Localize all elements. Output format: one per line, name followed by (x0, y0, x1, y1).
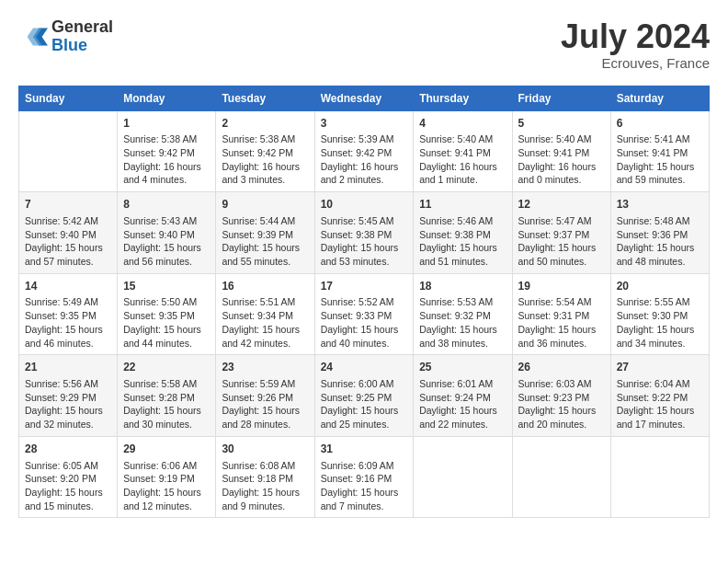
calendar-cell: 24Sunrise: 6:00 AM Sunset: 9:25 PM Dayli… (314, 355, 414, 437)
day-number: 23 (222, 360, 308, 375)
day-number: 19 (518, 279, 605, 294)
logo-blue-text: Blue (51, 37, 113, 55)
day-number: 30 (222, 442, 308, 457)
calendar-cell: 6Sunrise: 5:41 AM Sunset: 9:41 PM Daylig… (610, 110, 709, 192)
day-number: 18 (419, 279, 506, 294)
day-info: Sunrise: 5:40 AM Sunset: 9:41 PM Dayligh… (419, 132, 506, 187)
calendar-cell: 19Sunrise: 5:54 AM Sunset: 9:31 PM Dayli… (512, 273, 610, 355)
day-info: Sunrise: 5:46 AM Sunset: 9:38 PM Dayligh… (419, 214, 506, 269)
calendar-table: SundayMondayTuesdayWednesdayThursdayFrid… (18, 86, 710, 519)
day-info: Sunrise: 5:52 AM Sunset: 9:33 PM Dayligh… (321, 295, 408, 350)
calendar-cell: 12Sunrise: 5:47 AM Sunset: 9:37 PM Dayli… (512, 192, 610, 274)
day-info: Sunrise: 5:58 AM Sunset: 9:28 PM Dayligh… (123, 377, 210, 431)
calendar-cell: 21Sunrise: 5:56 AM Sunset: 9:29 PM Dayli… (19, 355, 118, 437)
calendar-cell (414, 436, 512, 518)
calendar-cell: 11Sunrise: 5:46 AM Sunset: 9:38 PM Dayli… (414, 192, 512, 274)
calendar-cell: 18Sunrise: 5:53 AM Sunset: 9:32 PM Dayli… (414, 273, 512, 355)
calendar-cell: 1Sunrise: 5:38 AM Sunset: 9:42 PM Daylig… (118, 110, 216, 192)
week-row-4: 21Sunrise: 5:56 AM Sunset: 9:29 PM Dayli… (19, 355, 710, 437)
day-number: 6 (617, 116, 703, 132)
day-info: Sunrise: 5:39 AM Sunset: 9:42 PM Dayligh… (321, 132, 408, 187)
day-number: 16 (222, 279, 308, 294)
day-number: 10 (321, 197, 408, 213)
logo-icon (18, 22, 48, 52)
week-row-1: 1Sunrise: 5:38 AM Sunset: 9:42 PM Daylig… (19, 110, 710, 192)
calendar-cell: 25Sunrise: 6:01 AM Sunset: 9:24 PM Dayli… (414, 355, 512, 437)
day-info: Sunrise: 6:01 AM Sunset: 9:24 PM Dayligh… (419, 377, 506, 431)
day-number: 17 (321, 279, 408, 294)
week-row-3: 14Sunrise: 5:49 AM Sunset: 9:35 PM Dayli… (19, 273, 710, 355)
calendar-cell: 29Sunrise: 6:06 AM Sunset: 9:19 PM Dayli… (118, 436, 216, 518)
header-cell-saturday: Saturday (610, 86, 709, 110)
day-number: 1 (123, 116, 210, 132)
day-number: 9 (222, 197, 308, 213)
calendar-cell: 20Sunrise: 5:55 AM Sunset: 9:30 PM Dayli… (610, 273, 709, 355)
calendar-cell: 7Sunrise: 5:42 AM Sunset: 9:40 PM Daylig… (19, 192, 118, 274)
calendar-cell: 15Sunrise: 5:50 AM Sunset: 9:35 PM Dayli… (118, 273, 216, 355)
day-info: Sunrise: 5:47 AM Sunset: 9:37 PM Dayligh… (518, 214, 605, 269)
calendar-cell (512, 436, 610, 518)
header-cell-tuesday: Tuesday (216, 86, 314, 110)
day-number: 29 (123, 442, 210, 457)
day-number: 5 (518, 116, 605, 132)
day-number: 27 (617, 360, 703, 375)
day-number: 21 (25, 360, 111, 375)
day-info: Sunrise: 5:43 AM Sunset: 9:40 PM Dayligh… (123, 214, 210, 269)
day-info: Sunrise: 5:38 AM Sunset: 9:42 PM Dayligh… (222, 132, 308, 187)
day-number: 14 (25, 279, 111, 294)
day-info: Sunrise: 5:59 AM Sunset: 9:26 PM Dayligh… (222, 377, 308, 431)
day-info: Sunrise: 6:04 AM Sunset: 9:22 PM Dayligh… (617, 377, 703, 431)
day-info: Sunrise: 6:00 AM Sunset: 9:25 PM Dayligh… (321, 377, 408, 431)
header-cell-sunday: Sunday (19, 86, 118, 110)
week-row-2: 7Sunrise: 5:42 AM Sunset: 9:40 PM Daylig… (19, 192, 710, 274)
day-number: 12 (518, 197, 605, 213)
logo: General Blue (18, 18, 113, 55)
day-info: Sunrise: 5:54 AM Sunset: 9:31 PM Dayligh… (518, 295, 605, 350)
calendar-cell: 23Sunrise: 5:59 AM Sunset: 9:26 PM Dayli… (216, 355, 314, 437)
day-number: 20 (617, 279, 703, 294)
day-number: 3 (321, 116, 408, 132)
calendar-cell (19, 110, 118, 192)
day-number: 13 (617, 197, 703, 213)
calendar-cell: 30Sunrise: 6:08 AM Sunset: 9:18 PM Dayli… (216, 436, 314, 518)
day-info: Sunrise: 6:06 AM Sunset: 9:19 PM Dayligh… (123, 459, 210, 513)
day-info: Sunrise: 5:51 AM Sunset: 9:34 PM Dayligh… (222, 295, 308, 350)
day-info: Sunrise: 6:03 AM Sunset: 9:23 PM Dayligh… (518, 377, 605, 431)
calendar-cell: 31Sunrise: 6:09 AM Sunset: 9:16 PM Dayli… (314, 436, 414, 518)
day-number: 24 (321, 360, 408, 375)
day-info: Sunrise: 6:08 AM Sunset: 9:18 PM Dayligh… (222, 459, 308, 513)
calendar-cell: 26Sunrise: 6:03 AM Sunset: 9:23 PM Dayli… (512, 355, 610, 437)
calendar-cell (610, 436, 709, 518)
calendar-cell: 10Sunrise: 5:45 AM Sunset: 9:38 PM Dayli… (314, 192, 414, 274)
day-info: Sunrise: 5:53 AM Sunset: 9:32 PM Dayligh… (419, 295, 506, 350)
day-info: Sunrise: 5:38 AM Sunset: 9:42 PM Dayligh… (123, 132, 210, 187)
day-number: 28 (25, 442, 111, 457)
calendar-cell: 4Sunrise: 5:40 AM Sunset: 9:41 PM Daylig… (414, 110, 512, 192)
logo-general-text: General (51, 18, 113, 37)
day-info: Sunrise: 5:40 AM Sunset: 9:41 PM Dayligh… (518, 132, 605, 187)
calendar-cell: 16Sunrise: 5:51 AM Sunset: 9:34 PM Dayli… (216, 273, 314, 355)
calendar-cell: 14Sunrise: 5:49 AM Sunset: 9:35 PM Dayli… (19, 273, 118, 355)
day-number: 22 (123, 360, 210, 375)
day-info: Sunrise: 5:55 AM Sunset: 9:30 PM Dayligh… (617, 295, 703, 350)
calendar-cell: 13Sunrise: 5:48 AM Sunset: 9:36 PM Dayli… (610, 192, 709, 274)
day-number: 25 (419, 360, 506, 375)
header-row: SundayMondayTuesdayWednesdayThursdayFrid… (19, 86, 710, 110)
title-block: July 2024 Ecrouves, France (561, 18, 710, 71)
calendar-cell: 28Sunrise: 6:05 AM Sunset: 9:20 PM Dayli… (19, 436, 118, 518)
day-number: 26 (518, 360, 605, 375)
day-info: Sunrise: 5:41 AM Sunset: 9:41 PM Dayligh… (617, 132, 703, 187)
day-info: Sunrise: 6:05 AM Sunset: 9:20 PM Dayligh… (25, 459, 111, 513)
day-info: Sunrise: 5:48 AM Sunset: 9:36 PM Dayligh… (617, 214, 703, 269)
header: General Blue July 2024 Ecrouves, France (18, 18, 710, 71)
day-info: Sunrise: 5:56 AM Sunset: 9:29 PM Dayligh… (25, 377, 111, 431)
day-number: 15 (123, 279, 210, 294)
day-info: Sunrise: 5:45 AM Sunset: 9:38 PM Dayligh… (321, 214, 408, 269)
header-cell-thursday: Thursday (414, 86, 512, 110)
calendar-cell: 17Sunrise: 5:52 AM Sunset: 9:33 PM Dayli… (314, 273, 414, 355)
location: Ecrouves, France (561, 55, 710, 71)
day-number: 31 (321, 442, 408, 457)
calendar-cell: 22Sunrise: 5:58 AM Sunset: 9:28 PM Dayli… (118, 355, 216, 437)
day-info: Sunrise: 5:44 AM Sunset: 9:39 PM Dayligh… (222, 214, 308, 269)
header-cell-friday: Friday (512, 86, 610, 110)
